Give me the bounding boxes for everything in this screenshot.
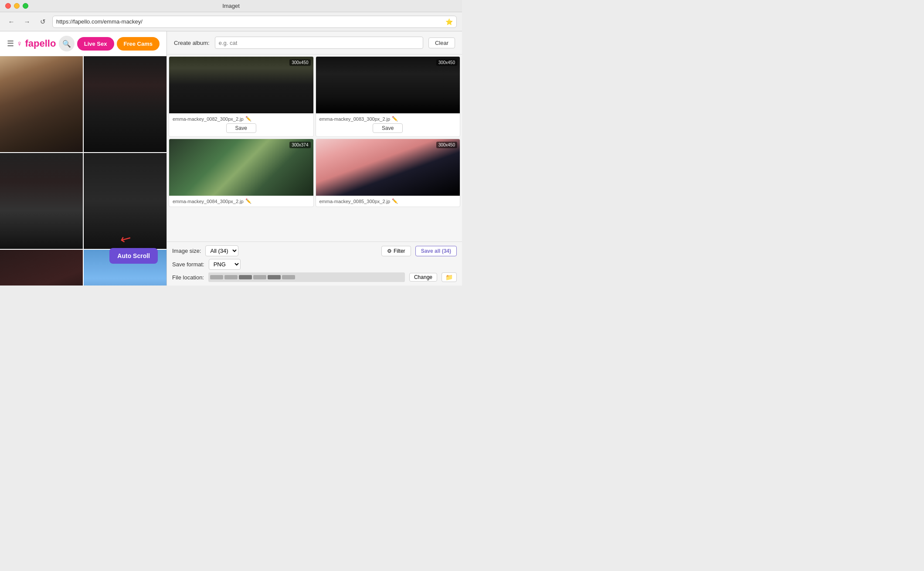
clear-button[interactable]: Clear [428, 37, 455, 48]
filename-1: emma-mackey_0083_300px_2.jp ✏️ [319, 116, 457, 122]
image-thumbnail-2: 300x374 [169, 139, 313, 196]
search-button[interactable]: 🔍 [59, 36, 75, 51]
grid-image-5[interactable] [0, 250, 83, 286]
hamburger-icon[interactable]: ☰ [7, 39, 14, 48]
bottom-bar: Image size: All (34) ⚙ Filter Save all (… [167, 241, 462, 286]
logo-text: fapello [25, 38, 56, 49]
auto-scroll-button[interactable]: Auto Scroll [109, 248, 158, 264]
image-card-info-0: emma-mackey_0082_300px_2.jp ✏️ Save [169, 113, 313, 136]
image-card-3: 300x450 emma-mackey_0085_300px_2.jp ✏️ [316, 139, 461, 207]
main-layout: ☰ ♀ fapello 🔍 Live Sex Free Cams [0, 31, 462, 286]
title-bar: Imaget [0, 0, 462, 12]
bookmark-icon: ⭐ [445, 18, 453, 25]
save-all-button[interactable]: Save all (34) [415, 246, 457, 256]
search-icon: 🔍 [62, 40, 71, 48]
image-dimensions-3: 300x450 [436, 142, 457, 148]
image-dimensions-1: 300x450 [436, 59, 457, 66]
create-album-label: Create album: [174, 40, 210, 46]
path-segment-4 [253, 275, 266, 279]
image-card-info-2: emma-mackey_0084_300px_2.jp ✏️ [169, 196, 313, 207]
minimize-button[interactable] [14, 3, 20, 9]
change-location-button[interactable]: Change [409, 273, 437, 282]
image-card-1: 300x450 emma-mackey_0083_300px_2.jp ✏️ S… [316, 56, 461, 137]
url-text: https://fapello.com/emma-mackey/ [56, 18, 445, 25]
path-segment-5 [268, 275, 281, 279]
edit-icon-2[interactable]: ✏️ [245, 198, 251, 204]
filename-0: emma-mackey_0082_300px_2.jp ✏️ [173, 116, 310, 122]
open-folder-button[interactable]: 📁 [442, 272, 457, 282]
image-size-select[interactable]: All (34) [205, 245, 238, 256]
path-segment-3 [239, 275, 252, 279]
traffic-lights [5, 3, 28, 9]
images-panel[interactable]: 300x450 emma-mackey_0082_300px_2.jp ✏️ S… [167, 54, 462, 241]
folder-icon: 📁 [445, 274, 453, 281]
save-format-label: Save format: [172, 261, 204, 268]
refresh-button[interactable]: ↺ [37, 16, 49, 28]
image-size-row: Image size: All (34) ⚙ Filter Save all (… [172, 245, 457, 256]
back-button[interactable]: ← [5, 16, 17, 28]
file-location-row: File location: Change 📁 [172, 272, 457, 282]
filename-2: emma-mackey_0084_300px_2.jp ✏️ [173, 198, 310, 204]
path-segment-1 [210, 275, 223, 279]
logo-icon: ♀ [17, 39, 23, 48]
image-card-info-3: emma-mackey_0085_300px_2.jp ✏️ [316, 196, 460, 207]
image-thumbnail-1: 300x450 [316, 57, 460, 113]
create-album-bar: Create album: Clear [167, 31, 462, 54]
file-path-display [208, 272, 405, 282]
image-card-2: 300x374 emma-mackey_0084_300px_2.jp ✏️ [169, 139, 314, 207]
image-size-label: Image size: [172, 248, 201, 254]
filter-icon: ⚙ [387, 248, 392, 254]
album-name-input[interactable] [215, 37, 423, 49]
grid-image-3[interactable] [0, 153, 83, 249]
close-button[interactable] [5, 3, 11, 9]
edit-icon-3[interactable]: ✏️ [392, 198, 398, 204]
file-location-label: File location: [172, 274, 204, 281]
filter-label: Filter [394, 248, 405, 254]
free-cams-button[interactable]: Free Cams [117, 37, 160, 51]
browser-chrome: ← → ↺ https://fapello.com/emma-mackey/ ⭐ [0, 12, 462, 31]
edit-icon-0[interactable]: ✏️ [245, 116, 251, 122]
filename-3: emma-mackey_0085_300px_2.jp ✏️ [319, 198, 457, 204]
address-bar[interactable]: https://fapello.com/emma-mackey/ ⭐ [52, 16, 457, 28]
path-segment-2 [224, 275, 238, 279]
fapello-logo: ♀ fapello [17, 38, 56, 49]
maximize-button[interactable] [23, 3, 28, 9]
forward-button[interactable]: → [21, 16, 33, 28]
edit-icon-1[interactable]: ✏️ [392, 116, 398, 122]
webpage-panel: ☰ ♀ fapello 🔍 Live Sex Free Cams [0, 31, 167, 286]
filter-button[interactable]: ⚙ Filter [381, 246, 411, 256]
right-panel: Create album: Clear 300x450 emma-mackey_… [167, 31, 462, 286]
image-thumbnail-0: 300x450 [169, 57, 313, 113]
save-button-1[interactable]: Save [373, 123, 403, 133]
live-sex-button[interactable]: Live Sex [77, 37, 114, 51]
save-format-select[interactable]: PNG JPG WEBP [209, 259, 241, 270]
image-dimensions-0: 300x450 [289, 59, 310, 66]
image-card-0: 300x450 emma-mackey_0082_300px_2.jp ✏️ S… [169, 56, 314, 137]
save-button-0[interactable]: Save [226, 123, 256, 133]
window-title: Imaget [222, 3, 240, 9]
path-segment-6 [282, 275, 295, 279]
fapello-header: ☰ ♀ fapello 🔍 Live Sex Free Cams [0, 31, 166, 56]
save-format-row: Save format: PNG JPG WEBP [172, 259, 457, 270]
image-dimensions-2: 300x374 [289, 142, 310, 148]
image-card-info-1: emma-mackey_0083_300px_2.jp ✏️ Save [316, 113, 460, 136]
grid-image-1[interactable] [0, 56, 83, 152]
header-buttons: 🔍 Live Sex Free Cams [59, 36, 160, 51]
grid-image-2[interactable] [84, 56, 166, 152]
image-thumbnail-3: 300x450 [316, 139, 460, 196]
